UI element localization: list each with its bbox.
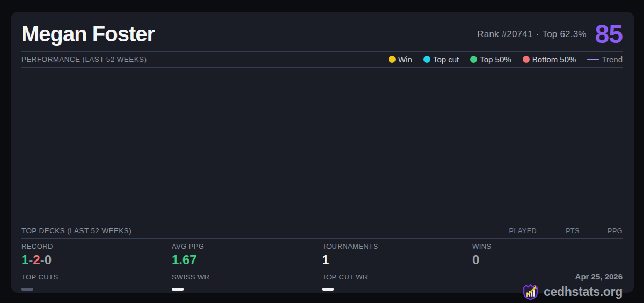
stat-col-tournaments: TOURNAMENTS 1 TOP CUT WR: [322, 242, 472, 301]
brand-link[interactable]: cedhstats.org: [472, 283, 623, 301]
top-cut-wr-label: TOP CUT WR: [322, 273, 472, 281]
chart-legend: Win Top cut Top 50% Bottom 50% Trend: [389, 55, 623, 64]
legend-item-top-50[interactable]: Top 50%: [470, 55, 511, 64]
card-header: Megan Foster Rank #20741·Top 62.3% 85: [21, 17, 623, 51]
stats-grid: RECORD 1-2-0 TOP CUTS AVG PPG 1.67 SWISS…: [21, 239, 623, 301]
legend-label: Win: [398, 55, 412, 64]
date-label: Apr 25, 2026: [472, 272, 623, 281]
swiss-wr-empty-value: [172, 288, 184, 291]
record-separator: -: [40, 252, 45, 267]
top-cuts-empty-value: [21, 288, 33, 291]
avg-ppg-value: 1.67: [172, 252, 322, 268]
win-dot-icon: [389, 56, 396, 63]
performance-chart: [21, 68, 623, 223]
legend-label: Top cut: [433, 55, 459, 64]
legend-item-win[interactable]: Win: [389, 55, 412, 64]
header-right: Rank #20741·Top 62.3% 85: [477, 19, 623, 49]
record-draws: 0: [45, 252, 52, 267]
stat-col-wins: WINS 0 Apr 25, 2026 cedhstats.org: [472, 242, 623, 301]
wins-value: 0: [472, 252, 623, 268]
legend-label: Top 50%: [480, 55, 511, 64]
top-decks-header-row: TOP DECKS (LAST 52 WEEKS) PLAYED PTS PPG: [21, 223, 623, 238]
column-header-ppg: PPG: [590, 227, 623, 235]
performance-header-row: PERFORMANCE (LAST 52 WEEKS) Win Top cut …: [21, 52, 623, 67]
player-score: 85: [595, 19, 623, 49]
legend-item-trend[interactable]: Trend: [587, 55, 623, 64]
record-losses: 2: [33, 252, 40, 267]
top-50-dot-icon: [470, 56, 477, 63]
record-label: RECORD: [21, 242, 172, 250]
legend-item-top-cut[interactable]: Top cut: [423, 55, 459, 64]
brand-name: cedhstats.org: [544, 285, 623, 299]
top-cuts-label: TOP CUTS: [21, 273, 172, 281]
cedhstats-logo-icon: [522, 283, 539, 301]
stat-col-avg-ppg: AVG PPG 1.67 SWISS WR: [172, 242, 322, 301]
stat-col-record: RECORD 1-2-0 TOP CUTS: [21, 242, 172, 301]
record-wins: 1: [21, 252, 28, 267]
legend-item-bottom-50[interactable]: Bottom 50%: [523, 55, 576, 64]
column-header-played: PLAYED: [504, 227, 537, 235]
rank-line: Rank #20741·Top 62.3%: [477, 29, 586, 40]
player-stats-card: Megan Foster Rank #20741·Top 62.3% 85 PE…: [11, 12, 634, 293]
performance-section-title: PERFORMANCE (LAST 52 WEEKS): [21, 55, 147, 63]
top-cut-dot-icon: [423, 56, 430, 63]
column-header-pts: PTS: [547, 227, 580, 235]
legend-label: Bottom 50%: [532, 55, 576, 64]
top-cut-wr-empty-value: [322, 288, 334, 291]
wins-label: WINS: [472, 242, 623, 250]
rank-text: Rank #20741: [477, 29, 532, 39]
trend-line-icon: [587, 59, 599, 60]
swiss-wr-label: SWISS WR: [172, 273, 322, 281]
top-decks-columns: PLAYED PTS PPG: [494, 227, 623, 235]
top-decks-section-title: TOP DECKS (LAST 52 WEEKS): [21, 227, 131, 235]
rank-separator: ·: [536, 29, 539, 39]
tournaments-value: 1: [322, 252, 472, 268]
tournaments-label: TOURNAMENTS: [322, 242, 472, 250]
percentile-text: Top 62.3%: [542, 29, 586, 39]
avg-ppg-label: AVG PPG: [172, 242, 322, 250]
bottom-50-dot-icon: [523, 56, 530, 63]
player-name: Megan Foster: [21, 22, 155, 46]
legend-label: Trend: [602, 55, 623, 64]
record-value: 1-2-0: [21, 252, 172, 268]
